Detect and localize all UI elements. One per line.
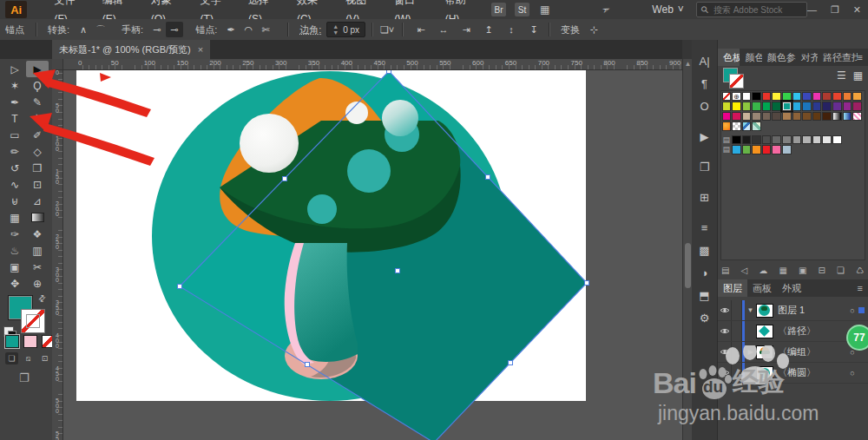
stock-button[interactable]: St — [515, 3, 529, 16]
ruler-vertical[interactable]: 05 01 0 01 5 02 0 02 5 03 0 03 5 04 0 04… — [52, 69, 63, 440]
show-swatch-kinds-icon[interactable]: ▦ — [779, 266, 786, 275]
swatch[interactable] — [722, 92, 732, 102]
ruler-origin-corner[interactable] — [52, 59, 63, 70]
panel-stroke-chip[interactable] — [729, 74, 744, 89]
layer-row[interactable]: ▼图层 1○ — [718, 300, 868, 321]
rotate-tool[interactable]: ↺ — [3, 160, 26, 176]
swatch[interactable] — [812, 92, 822, 102]
swatch[interactable] — [843, 102, 852, 111]
column-graph-tool[interactable]: ▥ — [26, 242, 49, 259]
swatch[interactable] — [762, 145, 772, 154]
swatch[interactable] — [782, 145, 792, 154]
paragraph-panel-icon[interactable]: ¶ — [694, 73, 715, 94]
eyedropper-tool[interactable]: ✑ — [3, 226, 26, 242]
swatch[interactable]: ⊕ — [732, 92, 741, 102]
gradient-panel-icon[interactable]: ▩ — [694, 240, 715, 260]
lasso-tool[interactable]: Ϙ — [26, 77, 49, 94]
layers-tab-0[interactable]: 图层 — [718, 279, 747, 297]
swatch[interactable] — [722, 121, 732, 131]
swatch[interactable] — [742, 145, 752, 154]
pen-tool[interactable]: ✒ — [3, 94, 26, 110]
swatch[interactable] — [792, 135, 802, 145]
actions-panel-icon[interactable]: ▶ — [694, 126, 715, 147]
swap-fill-stroke-icon[interactable]: ⇄ — [36, 292, 48, 305]
transparency-panel-icon[interactable]: ◑ — [694, 262, 715, 283]
swatch[interactable] — [742, 112, 752, 121]
adobe-stock-search[interactable]: ⚲ — [696, 2, 807, 17]
screen-mode-button[interactable]: ❐ — [19, 371, 30, 384]
swatch[interactable] — [742, 135, 752, 145]
align-left-icon[interactable]: ⇤ — [412, 22, 430, 37]
grid-view-icon[interactable]: ▦ — [853, 69, 863, 82]
paintbrush-tool[interactable]: ✐ — [26, 127, 49, 143]
visibility-eye-icon[interactable] — [718, 300, 732, 320]
swatch[interactable] — [852, 92, 862, 102]
swatch[interactable] — [732, 121, 741, 131]
document-setup-icon[interactable]: ❏˅ — [378, 22, 396, 37]
layers-tab-1[interactable]: 画板 — [747, 279, 777, 297]
swatch[interactable] — [762, 92, 772, 102]
swatch[interactable] — [832, 102, 842, 111]
swatch[interactable] — [812, 112, 822, 121]
swatch[interactable] — [812, 102, 822, 111]
swatch[interactable] — [772, 145, 781, 154]
mesh-tool[interactable]: ▦ — [3, 209, 26, 226]
swatch[interactable] — [772, 135, 781, 145]
target-circle-icon[interactable]: ○ — [846, 369, 858, 378]
opentype-panel-icon[interactable]: O — [694, 95, 715, 116]
color-chip[interactable] — [5, 335, 19, 348]
workspace-layout-icon[interactable]: ▦ — [540, 3, 549, 16]
selection-handle[interactable] — [486, 175, 490, 180]
swatch[interactable] — [722, 102, 732, 111]
minimize-button[interactable]: — — [807, 4, 817, 16]
document-tab[interactable]: 未标题-1* @ 100% (RGB/预览) × — [52, 40, 210, 59]
layers-tab-2[interactable]: 外观 — [777, 279, 806, 297]
swatch[interactable] — [752, 92, 761, 102]
cut-path-icon[interactable]: ✄ — [257, 22, 274, 37]
convert-to-corner-icon[interactable]: ∧ — [75, 22, 92, 37]
perspective-grid-tool[interactable]: ⊿ — [26, 193, 49, 209]
selection-handle[interactable] — [585, 281, 589, 286]
swatch[interactable] — [822, 112, 832, 121]
swatch[interactable] — [782, 135, 792, 145]
draw-behind-mode[interactable]: ⧅ — [22, 352, 35, 364]
draw-normal-mode[interactable]: ❏ — [5, 352, 18, 364]
swatch[interactable] — [732, 112, 741, 121]
selection-handle[interactable] — [283, 177, 287, 181]
gpu-performance-icon[interactable]: ➣ — [600, 3, 612, 17]
convert-to-smooth-icon[interactable]: ⌒ — [92, 22, 109, 37]
transform-panel-icon[interactable]: ⊞ — [694, 187, 715, 207]
layer-thumbnail[interactable] — [756, 325, 773, 338]
align-hcenter-icon[interactable]: ↔ — [435, 22, 452, 37]
swatch[interactable]: ▤ — [722, 135, 732, 145]
direct-selection-tool[interactable]: ▷ — [3, 61, 26, 77]
visibility-eye-icon[interactable] — [718, 321, 732, 341]
swatch[interactable] — [802, 92, 812, 102]
hand-tool[interactable]: ✥ — [3, 275, 26, 292]
teal-spot[interactable] — [307, 194, 337, 224]
swatch[interactable] — [752, 112, 761, 121]
swatch[interactable] — [843, 92, 852, 102]
shape-builder-tool[interactable]: ⊌ — [3, 193, 26, 209]
swatch[interactable] — [832, 135, 842, 145]
selection-handle[interactable] — [396, 269, 400, 273]
align-top-icon[interactable]: ↥ — [480, 22, 497, 37]
swatches-tab-1[interactable]: 颜色 — [740, 49, 761, 66]
swatch[interactable] — [732, 145, 741, 154]
delete-swatch-icon[interactable]: ♺ — [856, 266, 864, 275]
swatch[interactable] — [812, 135, 822, 145]
swatch[interactable] — [732, 102, 741, 111]
align-right-icon[interactable]: ⇥ — [457, 22, 475, 37]
export-panel-icon[interactable]: ❐ — [694, 156, 715, 177]
stepper-arrows-icon[interactable]: ▲▼ — [332, 23, 339, 36]
selection-tool[interactable]: ▶ — [26, 61, 49, 77]
swatch[interactable] — [762, 112, 772, 121]
library-menu-icon[interactable]: ◁ — [741, 266, 748, 275]
selection-handle[interactable] — [509, 361, 513, 365]
swatch[interactable]: ▤ — [722, 145, 732, 154]
transform-label[interactable]: 变换 — [561, 23, 580, 36]
free-transform-tool[interactable]: ⊡ — [26, 176, 49, 193]
layer-thumbnail[interactable] — [756, 304, 773, 318]
gradient-chip[interactable] — [23, 335, 37, 348]
swatches-menu-icon[interactable]: ≡ — [858, 49, 868, 66]
